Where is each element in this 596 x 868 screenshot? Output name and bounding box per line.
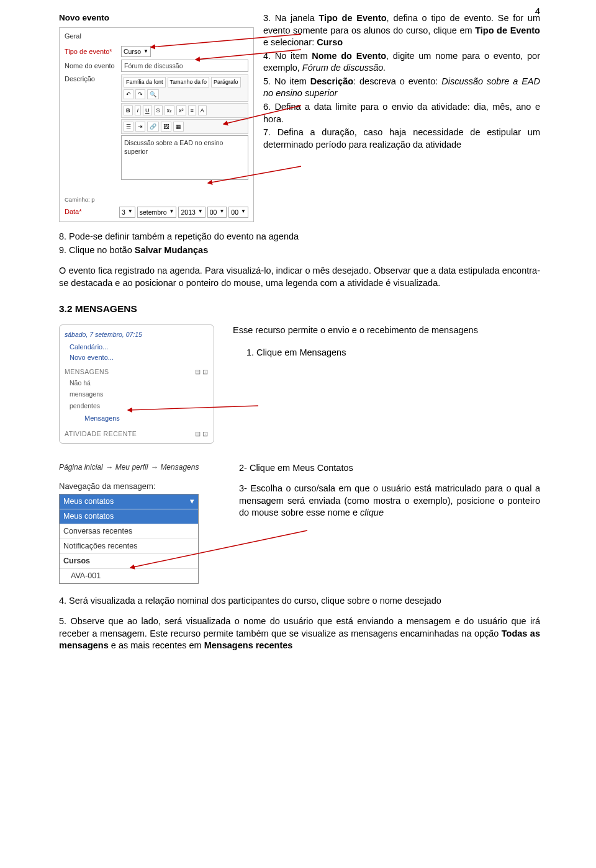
svg-line-5 — [130, 530, 307, 568]
mid-section: sábado, 7 setembro, 07:15 Calendário... … — [59, 324, 540, 444]
min-select[interactable]: 00▼ — [228, 207, 248, 218]
chevron-down-icon: ▼ — [169, 208, 174, 215]
bottom-section: Página inicial→Meu perfil→Mensagens Nave… — [59, 462, 540, 584]
top-section: Novo evento Geral Tipo de evento* Curso▼… — [59, 12, 540, 222]
svg-line-4 — [128, 406, 258, 410]
data-label: Data* — [65, 207, 117, 217]
paragraph-result: O evento fica registrado na agenda. Para… — [59, 265, 540, 289]
hour-select[interactable]: 00▼ — [207, 207, 227, 218]
figure-new-event: Novo evento Geral Tipo de evento* Curso▼… — [59, 12, 254, 222]
figure-messages-block: sábado, 7 setembro, 07:15 Calendário... … — [59, 324, 214, 444]
arrow-annotation-icon — [59, 12, 320, 205]
final-p1: 4. Será visualizada a relação nominal do… — [59, 595, 540, 607]
year-value: 2013 — [181, 208, 195, 217]
arrow-annotation-icon — [59, 462, 320, 586]
page-number: 4 — [535, 5, 540, 17]
min-value: 00 — [231, 208, 238, 217]
mid-text-2: 1. Clique em Mensagens — [246, 347, 540, 359]
mid-text-col: Esse recurso permite o envio e o recebim… — [233, 324, 540, 444]
chevron-down-icon: ▼ — [219, 208, 224, 215]
hour-value: 00 — [210, 208, 217, 217]
figure-nav-message: Página inicial→Meu perfil→Mensagens Nave… — [59, 462, 220, 584]
chevron-down-icon: ▼ — [241, 208, 246, 215]
arrow-annotation-icon — [60, 325, 271, 437]
svg-line-1 — [196, 50, 301, 60]
mid-text-1: Esse recurso permite o envio e o recebim… — [233, 324, 540, 337]
svg-line-0 — [151, 34, 301, 47]
final-p2: 5. Observe que ao lado, será visualizada… — [59, 615, 540, 652]
chevron-down-icon: ▼ — [198, 208, 203, 215]
step-8: 8. Pode-se definir também a repetição do… — [59, 231, 540, 243]
svg-line-3 — [208, 166, 301, 183]
step-9: 9. Clique no botão Salvar Mudanças — [59, 244, 540, 257]
chevron-down-icon: ▼ — [128, 208, 133, 215]
svg-line-2 — [224, 105, 301, 124]
section-heading: 3.2 MENSAGENS — [59, 303, 540, 316]
year-select[interactable]: 2013▼ — [178, 207, 205, 218]
day-value: 3 — [122, 208, 125, 217]
month-value: setembro — [140, 208, 167, 217]
day-select[interactable]: 3▼ — [119, 207, 135, 218]
month-select[interactable]: setembro▼ — [137, 207, 177, 218]
